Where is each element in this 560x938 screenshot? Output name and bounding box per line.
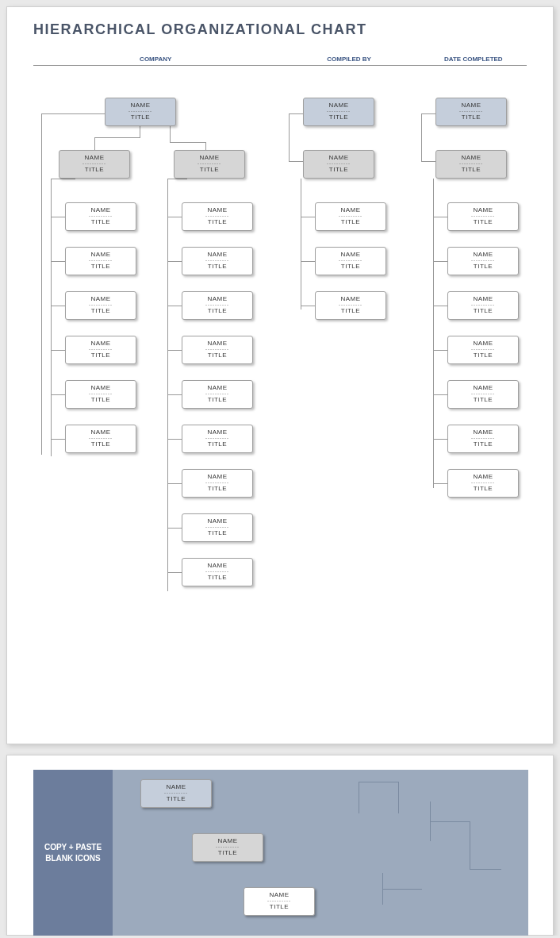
org-node-manager[interactable]: NAME ---------- TITLE [174,150,245,179]
node-name: NAME [304,154,374,161]
org-node-child[interactable]: NAME----------TITLE [447,247,519,275]
node-title: TITLE [448,485,518,492]
connector [167,483,182,484]
connector [301,217,315,217]
connector [289,161,303,162]
connector-sample[interactable] [359,782,359,813]
connector [167,350,182,351]
connector [51,306,65,306]
connector [167,394,182,395]
header-compiled-by: COMPILED BY [278,56,420,65]
connector [140,126,140,137]
connector [433,483,447,484]
connector-sample[interactable] [470,869,501,870]
org-node-child[interactable]: NAME----------TITLE [182,336,253,364]
node-name: NAME [66,206,136,213]
org-node-child[interactable]: NAME----------TITLE [65,247,136,275]
node-title: TITLE [59,166,129,173]
org-node-child[interactable]: NAME----------TITLE [182,469,253,498]
node-name: NAME [304,102,374,109]
org-node-child[interactable]: NAME----------TITLE [447,202,519,231]
connector [205,142,206,150]
org-node-child[interactable]: NAME----------TITLE [447,336,519,364]
org-node-child[interactable]: NAME----------TITLE [182,425,253,453]
org-node-child[interactable]: NAME----------TITLE [182,291,253,320]
connector [289,113,290,161]
node-name: NAME [182,251,252,258]
node-name: NAME [182,517,252,525]
connector [433,261,447,262]
node-title: TITLE [66,218,136,225]
node-name: NAME [66,251,136,258]
chart-area: NAME ---------- TITLE NAME ---------- TI… [7,74,553,709]
org-node-child[interactable]: NAME----------TITLE [447,380,519,409]
org-node-child[interactable]: NAME----------TITLE [182,247,253,275]
node-title: TITLE [448,352,518,359]
node-name: NAME [244,891,314,898]
node-name: NAME [105,102,175,109]
org-node-child[interactable]: NAME----------TITLE [447,425,519,453]
connector [167,306,182,306]
connector-sample[interactable] [359,782,398,782]
connector [433,439,447,440]
node-title: TITLE [193,849,263,856]
header-row: COMPANY COMPILED BY DATE COMPLETED [33,56,527,66]
connector-sample[interactable] [382,889,422,890]
node-title: TITLE [448,218,518,225]
connector [94,137,95,150]
connector [433,217,447,217]
node-title: TITLE [66,307,136,314]
template-node-grey[interactable]: NAME----------TITLE [192,833,263,862]
node-name: NAME [66,295,136,302]
copy-paste-panel: NAME----------TITLE NAME----------TITLE … [113,770,528,936]
org-node-child[interactable]: NAME----------TITLE [65,291,136,320]
header-date-completed: DATE COMPLETED [420,56,527,65]
node-title: TITLE [316,307,385,314]
org-node-child[interactable]: NAME----------TITLE [65,202,136,231]
org-node-child[interactable]: NAME----------TITLE [182,380,253,409]
connector-sample[interactable] [470,821,470,869]
node-title: TITLE [316,218,385,225]
connector [433,350,447,351]
connector [167,528,182,529]
connector [421,161,435,162]
connector-sample[interactable] [398,782,399,813]
node-name: NAME [193,837,263,844]
org-node-child[interactable]: NAME----------TITLE [315,202,386,231]
org-node-child[interactable]: NAME----------TITLE [182,513,253,542]
node-title: TITLE [66,263,136,270]
node-name: NAME [182,295,252,302]
org-node-manager[interactable]: NAME----------TITLE [303,150,374,179]
node-name: NAME [448,473,518,480]
org-node-child[interactable]: NAME----------TITLE [315,247,386,275]
node-title: TITLE [66,440,136,448]
node-name: NAME [182,384,252,391]
connector [41,113,42,455]
org-node-manager[interactable]: NAME ---------- TITLE [59,150,130,179]
node-name: NAME [436,154,506,161]
org-node-child[interactable]: NAME----------TITLE [65,380,136,409]
main-title: HIERARCHICAL ORGANIZATIONAL CHART [7,7,553,38]
org-node-child[interactable]: NAME----------TITLE [315,291,386,320]
org-node-child[interactable]: NAME----------TITLE [182,202,253,231]
node-name: NAME [66,429,136,436]
org-node-child[interactable]: NAME----------TITLE [65,336,136,364]
org-node-child[interactable]: NAME----------TITLE [447,469,519,498]
node-name: NAME [182,206,252,213]
connector [167,439,182,440]
node-title: TITLE [66,396,136,403]
org-node-top[interactable]: NAME----------TITLE [303,98,374,126]
org-node-manager[interactable]: NAME----------TITLE [435,150,507,179]
template-node-white[interactable]: NAME----------TITLE [244,887,315,916]
org-node-top[interactable]: NAME ---------- TITLE [105,98,176,126]
template-node-blue[interactable]: NAME----------TITLE [140,779,212,808]
connector [421,113,422,161]
org-node-child[interactable]: NAME----------TITLE [65,425,136,453]
node-name: NAME [182,429,252,436]
connector [421,113,435,114]
org-node-top[interactable]: NAME----------TITLE [435,98,507,126]
connector-sample[interactable] [430,821,470,822]
org-node-child[interactable]: NAME----------TITLE [447,291,519,320]
org-node-child[interactable]: NAME----------TITLE [182,558,253,586]
node-title: TITLE [448,263,518,270]
